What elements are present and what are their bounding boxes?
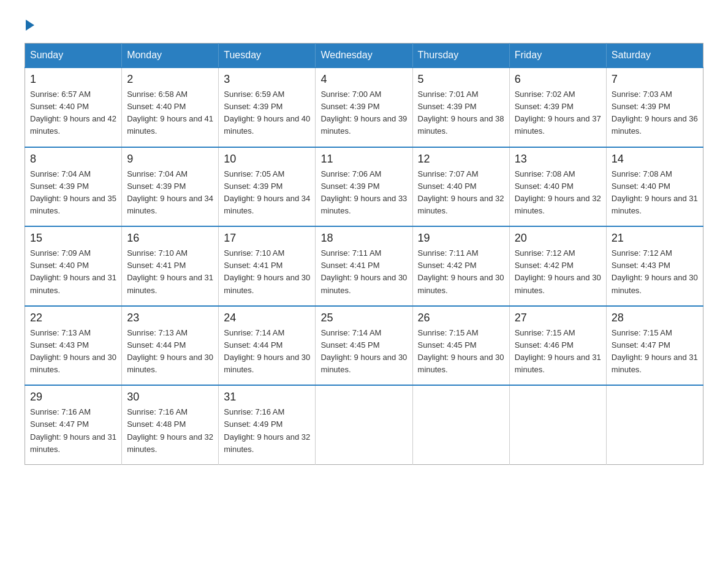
day-cell: 17 Sunrise: 7:10 AM Sunset: 4:41 PM Dayl… [219,226,316,306]
day-number: 21 [612,232,698,245]
week-row-3: 15 Sunrise: 7:09 AM Sunset: 4:40 PM Dayl… [25,226,703,306]
day-info: Sunrise: 7:15 AM Sunset: 4:46 PM Dayligh… [515,327,601,377]
day-number: 14 [612,153,698,166]
day-info: Sunrise: 7:16 AM Sunset: 4:48 PM Dayligh… [127,406,213,456]
day-info: Sunrise: 7:02 AM Sunset: 4:39 PM Dayligh… [515,88,601,138]
day-cell: 10 Sunrise: 7:05 AM Sunset: 4:39 PM Dayl… [219,147,316,227]
day-number: 22 [30,312,116,324]
day-number: 13 [515,153,601,166]
day-cell: 2 Sunrise: 6:58 AM Sunset: 4:40 PM Dayli… [122,67,219,147]
week-row-1: 1 Sunrise: 6:57 AM Sunset: 4:40 PM Dayli… [25,67,703,147]
day-number: 7 [612,73,698,86]
day-number: 15 [30,232,116,245]
day-info: Sunrise: 7:03 AM Sunset: 4:39 PM Dayligh… [612,88,698,138]
day-cell: 31 Sunrise: 7:16 AM Sunset: 4:49 PM Dayl… [219,385,316,464]
day-cell: 1 Sunrise: 6:57 AM Sunset: 4:40 PM Dayli… [25,67,122,147]
day-cell [606,385,703,464]
day-cell: 29 Sunrise: 7:16 AM Sunset: 4:47 PM Dayl… [25,385,122,464]
day-number: 16 [127,232,213,245]
day-info: Sunrise: 7:10 AM Sunset: 4:41 PM Dayligh… [224,247,310,297]
day-info: Sunrise: 7:04 AM Sunset: 4:39 PM Dayligh… [30,168,116,218]
day-number: 28 [612,312,698,324]
day-number: 9 [127,153,213,166]
day-info: Sunrise: 7:11 AM Sunset: 4:42 PM Dayligh… [418,247,504,297]
day-info: Sunrise: 7:16 AM Sunset: 4:47 PM Dayligh… [30,406,116,456]
day-cell: 4 Sunrise: 7:00 AM Sunset: 4:39 PM Dayli… [316,67,412,147]
day-cell: 13 Sunrise: 7:08 AM Sunset: 4:40 PM Dayl… [509,147,606,227]
day-info: Sunrise: 6:59 AM Sunset: 4:39 PM Dayligh… [224,88,310,138]
day-info: Sunrise: 6:57 AM Sunset: 4:40 PM Dayligh… [30,88,116,138]
day-number: 10 [224,153,310,166]
logo-arrow-icon [26,20,34,31]
day-info: Sunrise: 7:04 AM Sunset: 4:39 PM Dayligh… [127,168,213,218]
day-cell: 25 Sunrise: 7:14 AM Sunset: 4:45 PM Dayl… [316,306,412,386]
day-number: 29 [30,391,116,404]
day-number: 17 [224,232,310,245]
day-cell: 8 Sunrise: 7:04 AM Sunset: 4:39 PM Dayli… [25,147,122,227]
day-info: Sunrise: 7:15 AM Sunset: 4:47 PM Dayligh… [612,327,698,377]
day-number: 1 [30,73,116,86]
day-cell: 30 Sunrise: 7:16 AM Sunset: 4:48 PM Dayl… [122,385,219,464]
day-info: Sunrise: 7:08 AM Sunset: 4:40 PM Dayligh… [515,168,601,218]
day-number: 11 [320,153,407,166]
day-number: 31 [224,391,310,404]
calendar-table: SundayMondayTuesdayWednesdayThursdayFrid… [25,43,703,465]
day-cell: 16 Sunrise: 7:10 AM Sunset: 4:41 PM Dayl… [122,226,219,306]
logo [25,18,34,31]
day-info: Sunrise: 7:07 AM Sunset: 4:40 PM Dayligh… [418,168,504,218]
day-cell: 12 Sunrise: 7:07 AM Sunset: 4:40 PM Dayl… [412,147,509,227]
day-info: Sunrise: 7:12 AM Sunset: 4:42 PM Dayligh… [515,247,601,297]
day-cell [412,385,509,464]
day-number: 20 [515,232,601,245]
day-cell: 26 Sunrise: 7:15 AM Sunset: 4:45 PM Dayl… [412,306,509,386]
day-cell: 21 Sunrise: 7:12 AM Sunset: 4:43 PM Dayl… [606,226,703,306]
day-cell: 28 Sunrise: 7:15 AM Sunset: 4:47 PM Dayl… [606,306,703,386]
day-info: Sunrise: 6:58 AM Sunset: 4:40 PM Dayligh… [127,88,213,138]
day-cell: 22 Sunrise: 7:13 AM Sunset: 4:43 PM Dayl… [25,306,122,386]
day-cell: 11 Sunrise: 7:06 AM Sunset: 4:39 PM Dayl… [316,147,412,227]
day-number: 6 [515,73,601,86]
weekday-header-sunday: Sunday [25,44,122,68]
weekday-header-monday: Monday [122,44,219,68]
day-number: 18 [320,232,407,245]
weekday-header-thursday: Thursday [412,44,509,68]
day-number: 23 [127,312,213,324]
day-info: Sunrise: 7:08 AM Sunset: 4:40 PM Dayligh… [612,168,698,218]
day-number: 19 [418,232,504,245]
day-number: 30 [127,391,213,404]
day-number: 24 [224,312,310,324]
weekday-header-friday: Friday [509,44,606,68]
day-cell: 9 Sunrise: 7:04 AM Sunset: 4:39 PM Dayli… [122,147,219,227]
day-number: 5 [418,73,504,86]
day-cell: 19 Sunrise: 7:11 AM Sunset: 4:42 PM Dayl… [412,226,509,306]
day-cell: 7 Sunrise: 7:03 AM Sunset: 4:39 PM Dayli… [606,67,703,147]
day-info: Sunrise: 7:09 AM Sunset: 4:40 PM Dayligh… [30,247,116,297]
day-cell: 3 Sunrise: 6:59 AM Sunset: 4:39 PM Dayli… [219,67,316,147]
weekday-header-tuesday: Tuesday [219,44,316,68]
day-cell: 24 Sunrise: 7:14 AM Sunset: 4:44 PM Dayl… [219,306,316,386]
day-cell: 6 Sunrise: 7:02 AM Sunset: 4:39 PM Dayli… [509,67,606,147]
weekday-header-wednesday: Wednesday [316,44,412,68]
day-info: Sunrise: 7:14 AM Sunset: 4:44 PM Dayligh… [224,327,310,377]
week-row-4: 22 Sunrise: 7:13 AM Sunset: 4:43 PM Dayl… [25,306,703,386]
day-info: Sunrise: 7:13 AM Sunset: 4:44 PM Dayligh… [127,327,213,377]
day-number: 4 [320,73,407,86]
week-row-2: 8 Sunrise: 7:04 AM Sunset: 4:39 PM Dayli… [25,147,703,227]
day-info: Sunrise: 7:11 AM Sunset: 4:41 PM Dayligh… [320,247,407,297]
day-number: 25 [320,312,407,324]
day-number: 12 [418,153,504,166]
day-number: 3 [224,73,310,86]
day-info: Sunrise: 7:10 AM Sunset: 4:41 PM Dayligh… [127,247,213,297]
day-cell: 20 Sunrise: 7:12 AM Sunset: 4:42 PM Dayl… [509,226,606,306]
day-cell: 14 Sunrise: 7:08 AM Sunset: 4:40 PM Dayl… [606,147,703,227]
weekday-header-row: SundayMondayTuesdayWednesdayThursdayFrid… [25,44,703,68]
weekday-header-saturday: Saturday [606,44,703,68]
day-info: Sunrise: 7:14 AM Sunset: 4:45 PM Dayligh… [320,327,407,377]
day-cell: 23 Sunrise: 7:13 AM Sunset: 4:44 PM Dayl… [122,306,219,386]
day-number: 26 [418,312,504,324]
day-info: Sunrise: 7:01 AM Sunset: 4:39 PM Dayligh… [418,88,504,138]
day-info: Sunrise: 7:13 AM Sunset: 4:43 PM Dayligh… [30,327,116,377]
day-info: Sunrise: 7:00 AM Sunset: 4:39 PM Dayligh… [320,88,407,138]
page-header [25,18,703,31]
week-row-5: 29 Sunrise: 7:16 AM Sunset: 4:47 PM Dayl… [25,385,703,464]
